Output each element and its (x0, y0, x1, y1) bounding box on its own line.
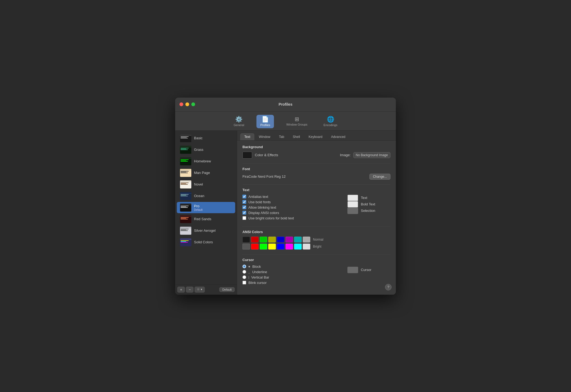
traffic-lights (179, 102, 195, 106)
toolbar-item-profiles[interactable]: 📄 Profiles (256, 115, 274, 128)
toolbar-label-general: General (234, 123, 244, 127)
profile-thumb-man-page (180, 169, 191, 177)
cursor-two-col: ■ Block _ Underline | Vert (242, 265, 390, 286)
profile-item-grass[interactable]: Grass (177, 144, 235, 155)
bright-bold-checkbox[interactable] (242, 216, 246, 220)
main-panel: Text Window Tab Shell Keyboard Advanced … (237, 131, 396, 295)
ansi-bright-1[interactable] (251, 244, 259, 250)
ansi-normal-0[interactable] (242, 237, 250, 243)
bold-fonts-checkbox[interactable] (242, 200, 246, 204)
default-button[interactable]: Default (219, 287, 235, 292)
ansi-normal-6[interactable] (294, 237, 302, 243)
ansi-bright-2[interactable] (260, 244, 267, 250)
cursor-vertical-radio[interactable] (242, 275, 246, 279)
background-image-select[interactable]: No Background Image (353, 152, 390, 158)
zoom-button[interactable] (191, 102, 195, 106)
bold-text-color-row: Bold Text (347, 201, 390, 208)
profile-thumb-pro (180, 204, 191, 212)
sidebar-footer: + − ☉ ▾ Default (175, 284, 237, 295)
options-button[interactable]: ☉ ▾ (195, 287, 205, 293)
tab-shell[interactable]: Shell (289, 133, 304, 140)
antialias-checkbox[interactable] (242, 195, 246, 198)
bold-text-color-label: Bold Text (361, 202, 375, 206)
ansi-bright-6[interactable] (294, 244, 302, 250)
help-button[interactable]: ? (385, 284, 392, 290)
profile-name-solid-colors: Solid Colors (194, 240, 213, 244)
profile-thumb-homebrew (180, 157, 191, 165)
ansi-bright-5[interactable] (286, 244, 293, 250)
background-color-swatch[interactable] (242, 152, 252, 159)
tab-advanced[interactable]: Advanced (327, 133, 349, 140)
cursor-underline-radio[interactable] (242, 270, 246, 274)
toolbar-item-window-groups[interactable]: ⊞ Window Groups (283, 115, 311, 128)
ansi-bright-3[interactable] (268, 244, 276, 250)
tab-window[interactable]: Window (255, 133, 274, 140)
ansi-normal-row: Normal (242, 237, 390, 243)
profile-item-red-sands[interactable]: Red Sands (177, 213, 235, 225)
ansi-normal-5[interactable] (286, 237, 293, 243)
gear-icon: ⚙️ (235, 116, 242, 122)
tab-text[interactable]: Text (240, 133, 254, 140)
profile-thumb-solid-colors (180, 238, 191, 246)
bright-bold-row: Use bright colors for bold text (242, 216, 342, 220)
toolbar: ⚙️ General 📄 Profiles ⊞ Window Groups 🌐 … (175, 112, 396, 131)
cursor-block-radio[interactable] (242, 265, 246, 268)
ansi-normal-2[interactable] (260, 237, 267, 243)
text-section: Text Antialias text Use bold fonts (242, 188, 390, 222)
ansi-bright-4[interactable] (277, 244, 284, 250)
profile-thumb-red-sands (180, 215, 191, 223)
profile-item-solid-colors[interactable]: Solid Colors (177, 237, 235, 248)
ansi-label: Display ANSI colors (248, 211, 279, 215)
cursor-section-label: Cursor (242, 258, 390, 262)
toolbar-item-encodings[interactable]: 🌐 Encodings (320, 115, 341, 128)
ansi-row: Display ANSI colors (242, 211, 342, 215)
bold-fonts-label: Use bold fonts (248, 200, 271, 204)
profile-thumb-silver-aerogel (180, 227, 191, 235)
profile-thumb-basic (180, 134, 191, 142)
profile-item-novel[interactable]: Novel (177, 179, 235, 190)
profile-item-ocean[interactable]: Ocean (177, 190, 235, 202)
cursor-color-swatch[interactable] (347, 267, 358, 273)
text-two-col: Antialias text Use bold fonts Allow blin… (242, 195, 390, 222)
profile-item-pro[interactable]: Pro Default (177, 202, 235, 213)
ansi-normal-7[interactable] (303, 237, 310, 243)
selection-color-swatch[interactable] (347, 208, 358, 214)
ansi-normal-label: Normal (313, 238, 323, 241)
remove-profile-button[interactable]: − (186, 287, 193, 293)
ansi-checkbox[interactable] (242, 211, 246, 215)
profile-name-basic: Basic (194, 136, 203, 140)
text-checkboxes: Antialias text Use bold fonts Allow blin… (242, 195, 342, 222)
sidebar: Basic Grass (175, 131, 237, 295)
profile-thumb-grass (180, 146, 191, 154)
bold-text-color-swatch[interactable] (347, 201, 358, 208)
text-color-swatch[interactable] (347, 195, 358, 201)
change-font-button[interactable]: Change... (369, 174, 390, 180)
font-section: Font FiraCode Nerd Font Reg 12 Change... (242, 167, 390, 180)
globe-icon: 🌐 (327, 116, 334, 122)
minimize-button[interactable] (185, 102, 189, 106)
ansi-normal-1[interactable] (251, 237, 259, 243)
tab-keyboard[interactable]: Keyboard (305, 133, 326, 140)
blinking-checkbox[interactable] (242, 205, 246, 209)
profile-item-man-page[interactable]: Man Page (177, 167, 235, 179)
add-profile-button[interactable]: + (177, 287, 185, 293)
window-groups-icon: ⊞ (295, 116, 299, 122)
cursor-vertical-bar-row: | Vertical Bar (242, 275, 342, 279)
ansi-normal-3[interactable] (268, 237, 276, 243)
ansi-bright-7[interactable] (303, 244, 310, 250)
toolbar-item-general[interactable]: ⚙️ General (230, 115, 248, 128)
color-effects-label: Color & Effects (255, 153, 278, 157)
background-section: Background Color & Effects Image: No Bac… (242, 145, 390, 159)
profile-name-pro: Pro Default (194, 204, 203, 211)
text-colors: Text Bold Text Selection (347, 195, 390, 222)
blink-cursor-checkbox[interactable] (242, 281, 246, 284)
close-button[interactable] (179, 102, 183, 106)
profile-item-basic[interactable]: Basic (177, 133, 235, 144)
toolbar-label-encodings: Encodings (323, 123, 337, 127)
toolbar-label-window-groups: Window Groups (286, 123, 307, 126)
profile-item-homebrew[interactable]: Homebrew (177, 156, 235, 167)
ansi-normal-4[interactable] (277, 237, 284, 243)
tab-tab[interactable]: Tab (275, 133, 288, 140)
ansi-bright-0[interactable] (242, 244, 250, 250)
profile-item-silver-aerogel[interactable]: Silver Aerogel (177, 225, 235, 236)
